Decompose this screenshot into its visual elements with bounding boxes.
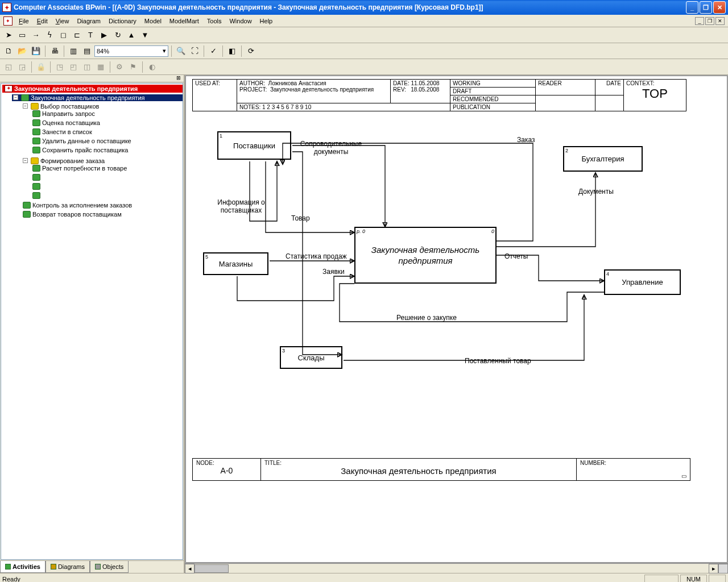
toolbars: ➤ ▭ → ϟ ◻ ⊏ T ▶ ↻ ▲ ▼ 🗋 📂 💾 🖶 ▥ ▤ 84%▾ 🔍… [0,27,728,75]
mm-btn9-icon: ◐ [146,61,158,73]
zoom-fit-icon[interactable]: ⛶ [188,45,201,57]
label-documents: Документы [578,188,614,196]
model-explorer-icon[interactable]: ▤ [81,45,93,57]
datastore-tool-icon[interactable]: ⊏ [71,29,83,41]
label-reports: Отчеты [504,252,528,260]
open-icon[interactable]: 📂 [16,45,28,57]
box-management[interactable]: 4 Управление [604,269,681,295]
mm-lock-icon: 🔒 [35,61,47,73]
minimize-button[interactable]: _ [686,1,698,14]
tab-activities[interactable]: Activities [0,561,46,573]
box-warehouses[interactable]: 3 Склады [280,346,342,369]
menubar: ✦ File Edit View Diagram Dictionary Mode… [0,15,728,27]
squiggle-tool-icon[interactable]: ϟ [43,29,56,41]
idef-header: USED AT: AUTHOR: Ложникова Анастасия PRO… [192,79,686,111]
box-suppliers[interactable]: 1 Поставщики [217,131,291,160]
tab-diagrams[interactable]: Diagrams [46,561,90,573]
mm-btn5-icon: ◫ [81,61,93,73]
idef-footer: NODE:A-0 TITLE:Закупочная деятельность п… [192,458,690,481]
menu-dictionary[interactable]: Dictionary [105,16,140,26]
goto-parent-icon[interactable]: ▶ [98,29,110,41]
label-stats: Статистика продаж [286,252,347,260]
nav-up-icon[interactable]: ▲ [125,29,138,41]
mm-btn4-icon: ◰ [67,61,80,73]
pointer-tool-icon[interactable]: ➤ [2,29,15,41]
zoom-in-icon[interactable]: 🔍 [175,45,187,57]
mdi-close[interactable]: ✕ [715,17,725,25]
mm-btn3-icon: ◳ [53,61,66,73]
menu-modelmart[interactable]: ModelMart [166,16,203,26]
mm-btn7-icon: ⚙ [113,61,126,73]
box-main[interactable]: p. 0 0 Закупочная деятельность предприят… [354,227,497,284]
print-icon[interactable]: 🖶 [48,45,61,57]
label-delivered: Поставленный товар [465,357,531,365]
mm-btn2-icon: ◲ [16,61,28,73]
model-tree[interactable]: ✦Закупочная деятельность предприятия −За… [1,83,183,560]
goto-child-icon[interactable]: ↻ [111,29,124,41]
mdi-minimize[interactable]: _ [695,17,704,25]
label-supplier-info: Информация о поставщиках [213,198,270,214]
nav-down-icon[interactable]: ▼ [139,29,151,41]
activity-tool-icon[interactable]: ▭ [16,29,28,41]
status-ready: Ready [2,576,20,583]
zoom-combo[interactable]: 84%▾ [94,45,168,57]
arrow-tool-icon[interactable]: → [30,29,42,41]
box-accounting[interactable]: 2 Бухгалтерия [563,146,643,172]
mm-btn1-icon: ◱ [2,61,15,73]
status-bar: Ready NUM [0,573,728,582]
close-button[interactable]: ✕ [713,1,726,14]
label-requests: Заявки [322,268,345,276]
model-explorer: ⊠ ✦Закупочная деятельность предприятия −… [0,75,185,573]
refresh-icon[interactable]: ⟳ [245,45,257,57]
new-icon[interactable]: 🗋 [2,45,15,57]
doc-icon: ✦ [3,16,13,26]
mdi-restore[interactable]: ❐ [705,17,714,25]
modelmart-icon[interactable]: ◧ [226,45,238,57]
label-goods: Товар [291,214,310,222]
menu-help[interactable]: Help [256,16,277,26]
box-shops[interactable]: 5 Магазины [203,252,268,275]
menu-edit[interactable]: Edit [33,16,52,26]
horizontal-scrollbar[interactable]: ◂ ▸ [185,563,728,573]
spellcheck-icon[interactable]: ✓ [207,45,220,57]
tab-objects[interactable]: Objects [90,561,129,573]
mm-btn6-icon: ▦ [94,61,107,73]
maximize-button[interactable]: ❐ [700,1,712,14]
status-num: NUM [680,575,707,583]
label-docs: Сопроводительные документы [294,140,368,156]
menu-file[interactable]: File [15,16,33,26]
app-icon: ✦ [2,3,11,12]
titlebar: ✦ Computer Associates BPwin - [(A-0D) За… [0,0,728,15]
report-icon[interactable]: ▥ [67,45,80,57]
menu-view[interactable]: View [52,16,73,26]
label-decision: Решение о закупке [396,314,457,322]
text-tool-icon[interactable]: T [84,29,97,41]
explorer-close-icon[interactable]: ⊠ [0,75,184,82]
menu-diagram[interactable]: Diagram [73,16,105,26]
menu-window[interactable]: Window [225,16,255,26]
window-title: Computer Associates BPwin - [(A-0D) Заку… [14,3,685,11]
menu-tools[interactable]: Tools [203,16,226,26]
diagram-canvas[interactable]: USED AT: AUTHOR: Ложникова Анастасия PRO… [185,76,727,563]
label-order: Заказ [517,136,535,144]
external-tool-icon[interactable]: ◻ [57,29,69,41]
mm-btn8-icon: ⚑ [127,61,139,73]
menu-model[interactable]: Model [140,16,166,26]
save-icon[interactable]: 💾 [30,45,42,57]
